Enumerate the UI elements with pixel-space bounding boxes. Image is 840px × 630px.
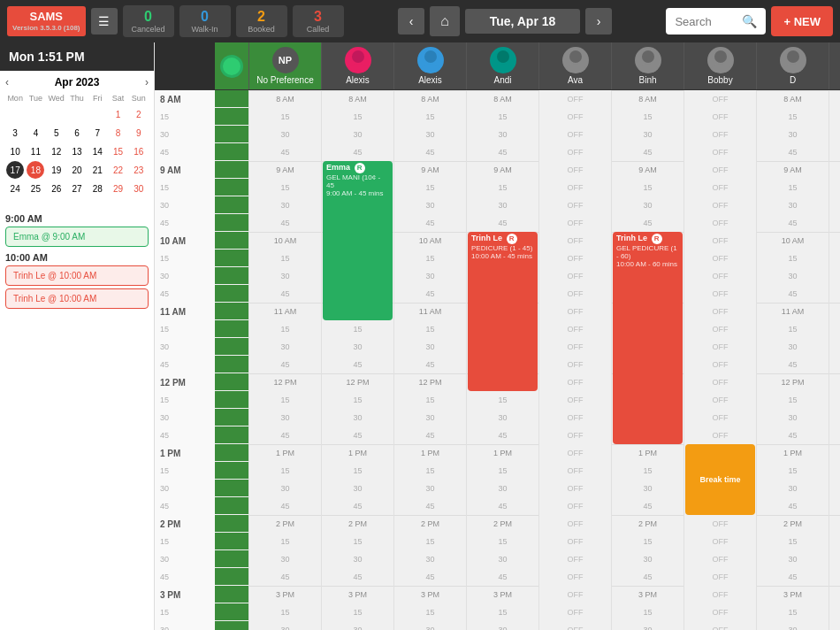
schedule-cell[interactable]: 30 (467, 126, 538, 143)
schedule-cell[interactable]: 30 (394, 621, 466, 630)
schedule-cell[interactable]: 45 (394, 497, 466, 515)
schedule-cell[interactable]: 30 (394, 338, 466, 356)
staff-col-no-preference[interactable]: NP No Preference (248, 42, 321, 89)
schedule-cell[interactable]: 12 PM (322, 373, 393, 391)
schedule-cell[interactable]: 8 AM (467, 90, 538, 108)
calendar-day[interactable]: 26 (48, 180, 65, 197)
schedule-cell[interactable]: 15 (829, 533, 840, 550)
schedule-cell[interactable]: 15 (467, 108, 538, 126)
staff-col-bobby[interactable]: Bobby (683, 42, 756, 89)
schedule-cell[interactable]: 9 AM (757, 161, 829, 179)
schedule-cell[interactable]: 15 (394, 320, 466, 338)
schedule-cell[interactable]: 15 (757, 250, 829, 267)
schedule-cell[interactable]: 45 (757, 285, 829, 303)
schedule-cell[interactable]: 30 (829, 550, 840, 568)
schedule-cell[interactable]: 15 (757, 320, 829, 338)
schedule-cell[interactable]: 15 (322, 391, 393, 409)
home-button[interactable]: ⌂ (430, 6, 460, 36)
calendar-day[interactable]: 27 (68, 180, 86, 197)
schedule-cell[interactable]: 30 (829, 196, 840, 214)
schedule-cell[interactable]: 3 PM (467, 586, 538, 603)
schedule-cell[interactable]: 45 (757, 214, 829, 232)
schedule-cell[interactable]: 30 (612, 126, 683, 143)
schedule-cell[interactable]: 30 (829, 621, 840, 630)
schedule-cell[interactable]: 2 PM (757, 515, 829, 533)
schedule-cell[interactable]: 15 (467, 391, 538, 409)
schedule-cell[interactable]: 9 AM (394, 161, 466, 179)
schedule-cell[interactable]: 30 (322, 338, 393, 356)
schedule-cell[interactable]: 45 (757, 356, 829, 373)
schedule-cell[interactable]: 45 (249, 568, 321, 586)
schedule-cell[interactable]: 3 PM (612, 586, 683, 603)
schedule-cell[interactable]: 1 PM (394, 444, 466, 462)
calendar-day[interactable]: 13 (68, 142, 86, 160)
schedule-cell[interactable]: 45 (394, 214, 466, 232)
schedule-cell[interactable]: 45 (612, 497, 683, 515)
schedule-cell[interactable]: 45 (249, 426, 321, 444)
schedule-cell[interactable]: 45 (322, 356, 393, 373)
schedule-cell[interactable]: 15 (322, 462, 393, 480)
schedule-cell[interactable]: 15 (467, 603, 538, 621)
schedule-cell[interactable]: 15 (829, 391, 840, 409)
schedule-cell[interactable]: 45 (394, 143, 466, 161)
schedule-cell[interactable]: 30 (757, 409, 829, 426)
schedule-cell[interactable]: 30 (249, 126, 321, 143)
schedule-cell[interactable]: 30 (612, 196, 683, 214)
schedule-cell[interactable]: 30 (757, 480, 829, 497)
schedule-cell[interactable]: 30 (322, 621, 393, 630)
schedule-cell[interactable]: 45 (394, 356, 466, 373)
schedule-cell[interactable]: 10 AM (757, 232, 829, 250)
staff-col-alexis2[interactable]: Alexis (393, 42, 466, 89)
calendar-day[interactable]: 1 (110, 105, 127, 123)
search-input[interactable] (675, 15, 737, 28)
schedule-cell[interactable]: 45 (249, 356, 321, 373)
staff-col-d[interactable]: D (756, 42, 829, 89)
schedule-cell[interactable]: 30 (829, 267, 840, 285)
calendar-day[interactable]: 8 (110, 124, 127, 142)
schedule-cell[interactable]: 45 (249, 214, 321, 232)
new-appointment-button[interactable]: + NEW (771, 6, 833, 36)
schedule-cell[interactable]: 30 (757, 621, 829, 630)
schedule-cell[interactable]: 30 (322, 126, 393, 143)
schedule-cell[interactable]: 1 PM (829, 444, 840, 462)
schedule-cell[interactable]: 15 (829, 250, 840, 267)
schedule-cell[interactable]: 45 (829, 285, 840, 303)
schedule-cell[interactable]: 45 (249, 143, 321, 161)
schedule-cell[interactable]: 8 AM (829, 90, 840, 108)
staff-col-binh[interactable]: Binh (611, 42, 683, 89)
schedule-cell[interactable]: 45 (467, 568, 538, 586)
calendar-day[interactable]: 16 (130, 142, 148, 160)
schedule-cell[interactable]: 30 (249, 338, 321, 356)
schedule-cell[interactable]: 45 (829, 568, 840, 586)
calendar-day[interactable]: 10 (6, 142, 24, 160)
schedule-cell[interactable]: 45 (467, 214, 538, 232)
schedule-cell[interactable]: 15 (829, 603, 840, 621)
schedule-cell[interactable]: 15 (757, 462, 829, 480)
schedule-cell[interactable]: 45 (249, 497, 321, 515)
calendar-day[interactable]: 25 (27, 180, 44, 197)
schedule-cell[interactable]: 1 PM (249, 444, 321, 462)
next-month-button[interactable]: › (145, 76, 149, 88)
schedule-cell[interactable]: 3 PM (757, 586, 829, 603)
staff-col-andi[interactable]: Andi (466, 42, 538, 89)
schedule-cell[interactable]: 45 (757, 497, 829, 515)
schedule-cell[interactable]: 45 (322, 426, 393, 444)
calendar-day[interactable]: 9 (130, 124, 148, 142)
appointment-card[interactable]: Trinh Le @ 10:00 AM (5, 288, 149, 309)
calendar-day[interactable]: 2 (130, 105, 148, 123)
appointment-block[interactable]: Trinh Le RGEL PEDICURE (1 - 60)10:00 AM … (613, 232, 683, 444)
appointment-card[interactable]: Trinh Le @ 10:00 AM (5, 265, 149, 286)
appointment-card[interactable]: Emma @ 9:00 AM (5, 227, 149, 247)
schedule-cell[interactable]: 30 (757, 550, 829, 568)
schedule-cell[interactable]: 30 (249, 267, 321, 285)
schedule-cell[interactable]: 30 (467, 196, 538, 214)
schedule-cell[interactable]: 30 (757, 126, 829, 143)
schedule-cell[interactable]: 1 PM (322, 444, 393, 462)
calendar-day[interactable]: 21 (88, 161, 106, 179)
schedule-cell[interactable]: 10 AM (394, 232, 466, 250)
schedule-cell[interactable]: 11 AM (249, 303, 321, 320)
schedule-cell[interactable]: 12 PM (249, 373, 321, 391)
schedule-cell[interactable]: 30 (249, 409, 321, 426)
schedule-cell[interactable]: 15 (249, 108, 321, 126)
schedule-cell[interactable]: 15 (829, 320, 840, 338)
